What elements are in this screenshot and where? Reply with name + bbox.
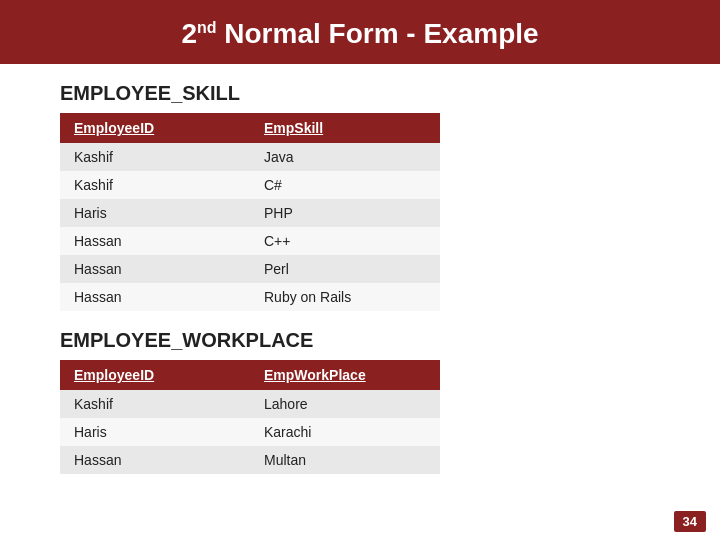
table-cell: Haris	[60, 418, 250, 446]
employee-skill-section: EMPLOYEE_SKILL EmployeeID EmpSkill Kashi…	[60, 82, 440, 311]
employee-skill-header-row: EmployeeID EmpSkill	[60, 113, 440, 143]
table-cell: Multan	[250, 446, 440, 474]
employee-skill-table: EmployeeID EmpSkill KashifJavaKashifC#Ha…	[60, 113, 440, 311]
table-cell: Hassan	[60, 446, 250, 474]
table-row: KashifLahore	[60, 390, 440, 418]
table-cell: Hassan	[60, 255, 250, 283]
table-cell: Kashif	[60, 143, 250, 171]
page-number: 34	[674, 511, 706, 532]
header-title: Normal Form - Example	[224, 18, 538, 49]
header-superscript: nd	[197, 19, 217, 36]
table-cell: Haris	[60, 199, 250, 227]
skill-col-employeeid: EmployeeID	[60, 113, 250, 143]
table-row: KashifJava	[60, 143, 440, 171]
employee-workplace-title: EMPLOYEE_WORKPLACE	[60, 329, 440, 352]
table-row: HassanC++	[60, 227, 440, 255]
workplace-col-employeeid: EmployeeID	[60, 360, 250, 390]
table-cell: Lahore	[250, 390, 440, 418]
employee-skill-tbody: KashifJavaKashifC#HarisPHPHassanC++Hassa…	[60, 143, 440, 311]
table-row: HassanPerl	[60, 255, 440, 283]
table-cell: C#	[250, 171, 440, 199]
main-content: EMPLOYEE_SKILL EmployeeID EmpSkill Kashi…	[0, 64, 720, 502]
table-cell: Ruby on Rails	[250, 283, 440, 311]
employee-workplace-table: EmployeeID EmpWorkPlace KashifLahoreHari…	[60, 360, 440, 474]
table-cell: Kashif	[60, 171, 250, 199]
table-cell: Karachi	[250, 418, 440, 446]
table-cell: PHP	[250, 199, 440, 227]
table-row: HassanRuby on Rails	[60, 283, 440, 311]
header-ordinal: 2	[181, 18, 197, 49]
employee-skill-title: EMPLOYEE_SKILL	[60, 82, 440, 105]
table-row: HarisKarachi	[60, 418, 440, 446]
employee-workplace-header-row: EmployeeID EmpWorkPlace	[60, 360, 440, 390]
workplace-col-empworkplace: EmpWorkPlace	[250, 360, 440, 390]
table-row: KashifC#	[60, 171, 440, 199]
table-cell: Hassan	[60, 283, 250, 311]
page-header: 2nd Normal Form - Example	[0, 0, 720, 64]
employee-workplace-section: EMPLOYEE_WORKPLACE EmployeeID EmpWorkPla…	[60, 329, 440, 474]
table-row: HarisPHP	[60, 199, 440, 227]
table-cell: Hassan	[60, 227, 250, 255]
table-cell: Perl	[250, 255, 440, 283]
table-row: HassanMultan	[60, 446, 440, 474]
employee-workplace-tbody: KashifLahoreHarisKarachiHassanMultan	[60, 390, 440, 474]
skill-col-empskill: EmpSkill	[250, 113, 440, 143]
table-cell: Kashif	[60, 390, 250, 418]
table-cell: C++	[250, 227, 440, 255]
table-cell: Java	[250, 143, 440, 171]
